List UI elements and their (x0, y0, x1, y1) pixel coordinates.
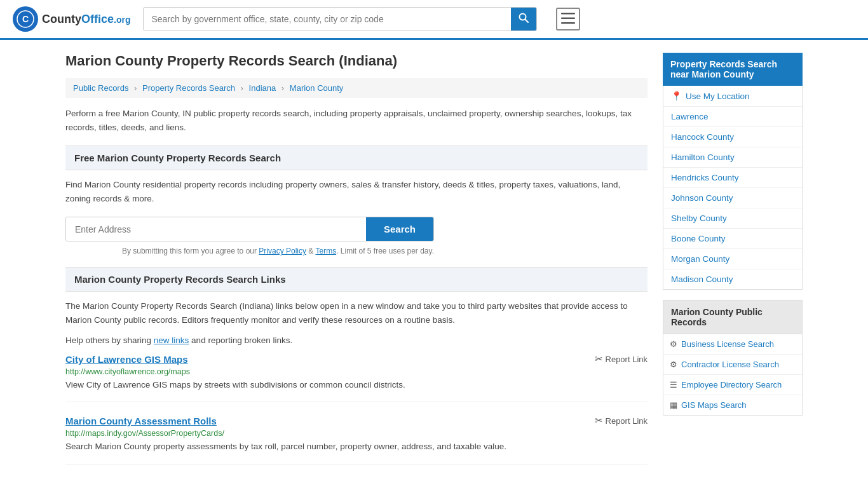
global-search-button[interactable] (511, 8, 536, 30)
svg-text:C: C (22, 14, 29, 24)
svg-line-3 (526, 20, 529, 23)
breadcrumb: Public Records › Property Records Search… (65, 78, 648, 98)
nearby-item-2[interactable]: Hamilton County (663, 147, 802, 168)
link-desc-1: Search Marion County property assessment… (65, 440, 648, 453)
link-title-1[interactable]: Marion County Assessment Rolls (65, 416, 217, 426)
page-title: Marion County Property Records Search (I… (65, 53, 648, 69)
free-search-description: Find Marion County residential property … (65, 178, 648, 205)
sharing-text: Help others by sharing new links and rep… (65, 334, 648, 348)
gear-icon-1: ⚙ (670, 360, 677, 369)
nearby-item-8[interactable]: Madison County (663, 269, 802, 289)
address-search-button[interactable]: Search (366, 217, 433, 241)
privacy-policy-link[interactable]: Privacy Policy (259, 247, 306, 255)
use-location-link[interactable]: Use My Location (686, 92, 750, 101)
svg-rect-4 (561, 13, 575, 15)
logo[interactable]: C CountyOffice.org (13, 6, 130, 32)
public-item-1[interactable]: ⚙ Contractor License Search (663, 355, 802, 375)
nearby-item-3[interactable]: Hendricks County (663, 168, 802, 188)
nearby-item-5[interactable]: Shelby County (663, 208, 802, 229)
breadcrumb-property-records[interactable]: Property Records Search (142, 83, 235, 93)
hamburger-menu[interactable] (556, 8, 580, 30)
public-item-3[interactable]: ▦ GIS Maps Search (663, 395, 802, 415)
link-url-1: http://maps.indy.gov/AssessorPropertyCar… (65, 429, 648, 438)
global-search-input[interactable] (144, 8, 511, 30)
link-url-0: http://www.cityoflawrence.org/maps (65, 367, 648, 376)
nearby-list: 📍 Use My Location Lawrence Hancock Count… (663, 86, 803, 290)
free-search-header: Free Marion County Property Records Sear… (65, 146, 648, 170)
page-description: Perform a free Marion County, IN public … (65, 107, 648, 134)
nearby-item-4[interactable]: Johnson County (663, 188, 802, 208)
nearby-header: Property Records Search near Marion Coun… (663, 53, 803, 86)
link-item-0: City of Lawrence GIS Maps ✂ Report Link … (65, 353, 648, 402)
links-description: The Marion County Property Records Searc… (65, 299, 648, 327)
nearby-item-1[interactable]: Hancock County (663, 127, 802, 147)
public-records-header: Marion County Public Records (663, 300, 803, 334)
svg-rect-6 (561, 22, 575, 24)
public-records-list: ⚙ Business License Search ⚙ Contractor L… (663, 334, 803, 416)
location-icon: 📍 (671, 91, 682, 101)
link-title-0[interactable]: City of Lawrence GIS Maps (65, 354, 188, 365)
breadcrumb-indiana[interactable]: Indiana (249, 83, 276, 93)
report-link-0[interactable]: ✂ Report Link (595, 353, 648, 365)
public-item-0[interactable]: ⚙ Business License Search (663, 334, 802, 355)
svg-rect-5 (561, 18, 575, 20)
public-item-2[interactable]: ☰ Employee Directory Search (663, 375, 802, 395)
logo-text: CountyOffice.org (42, 13, 130, 26)
gear-icon-0: ⚙ (670, 339, 677, 349)
link-item-1: Marion County Assessment Rolls ✂ Report … (65, 415, 648, 464)
address-search-form: Search (65, 217, 434, 241)
list-icon: ☰ (670, 380, 677, 390)
content-area: Marion County Property Records Search (I… (65, 53, 648, 477)
nearby-item-7[interactable]: Morgan County (663, 249, 802, 269)
main-container: Marion County Property Records Search (I… (53, 40, 815, 488)
links-section-header: Marion County Property Records Search Li… (65, 267, 648, 292)
header: C CountyOffice.org (0, 0, 868, 40)
sidebar: Property Records Search near Marion Coun… (663, 53, 803, 477)
use-location-item[interactable]: 📍 Use My Location (663, 86, 802, 107)
breadcrumb-public-records[interactable]: Public Records (73, 83, 128, 93)
global-search-bar[interactable] (143, 7, 537, 31)
nearby-item-6[interactable]: Boone County (663, 229, 802, 249)
address-input[interactable] (66, 217, 366, 241)
form-disclaimer: By submitting this form you agree to our… (65, 247, 434, 255)
map-icon: ▦ (670, 400, 677, 410)
report-link-1[interactable]: ✂ Report Link (595, 415, 648, 426)
nearby-item-0[interactable]: Lawrence (663, 107, 802, 127)
link-desc-0: View City of Lawrence GIS maps by street… (65, 379, 648, 391)
new-links-link[interactable]: new links (154, 336, 189, 345)
logo-icon: C (13, 6, 38, 32)
breadcrumb-marion-county[interactable]: Marion County (290, 83, 344, 93)
terms-link[interactable]: Terms (315, 247, 336, 255)
